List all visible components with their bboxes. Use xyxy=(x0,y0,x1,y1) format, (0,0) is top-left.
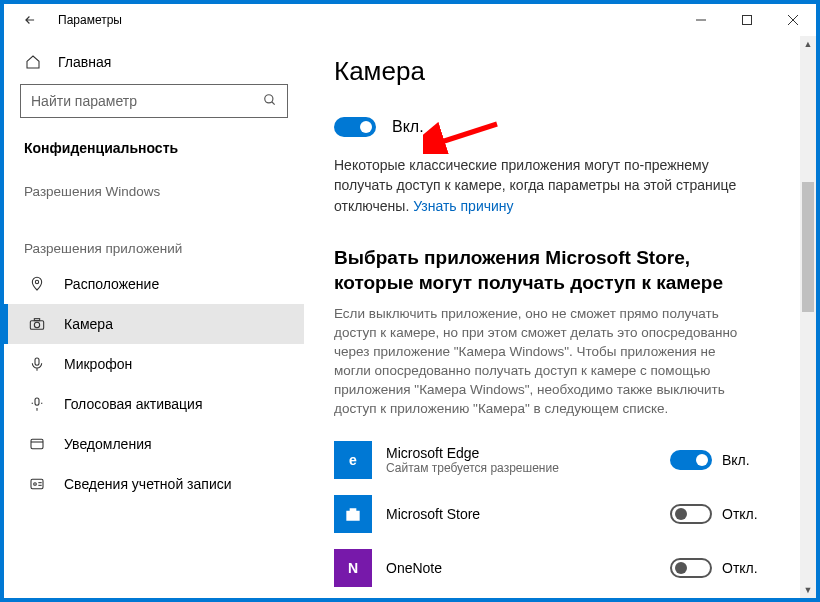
home-label: Главная xyxy=(58,54,111,70)
app-row-onenote: N OneNote Откл. xyxy=(334,541,770,595)
window-controls xyxy=(678,4,816,36)
svg-rect-12 xyxy=(31,439,43,448)
master-description: Некоторые классические приложения могут … xyxy=(334,155,754,216)
search-input[interactable]: Найти параметр xyxy=(20,84,288,118)
app-toggle-onenote[interactable] xyxy=(670,558,712,578)
titlebar: Параметры xyxy=(4,4,816,36)
search-icon xyxy=(263,93,277,110)
svg-rect-10 xyxy=(35,358,39,365)
scroll-up-arrow[interactable]: ▲ xyxy=(800,36,816,52)
svg-rect-11 xyxy=(35,398,39,405)
toggle-state: Откл. xyxy=(722,560,758,576)
nav-label: Микрофон xyxy=(64,356,132,372)
sidebar-item-account-info[interactable]: Сведения учетной записи xyxy=(4,464,304,504)
scroll-thumb[interactable] xyxy=(802,182,814,312)
svg-point-4 xyxy=(265,94,273,102)
window-title: Параметры xyxy=(58,13,122,27)
app-row-edge: e Microsoft Edge Сайтам требуется разреш… xyxy=(334,433,770,487)
nav-label: Камера xyxy=(64,316,113,332)
nav-label: Сведения учетной записи xyxy=(64,476,232,492)
store-icon xyxy=(334,495,372,533)
toggle-state: Вкл. xyxy=(722,452,750,468)
minimize-button[interactable] xyxy=(678,4,724,36)
nav-label: Голосовая активация xyxy=(64,396,203,412)
svg-rect-14 xyxy=(31,479,43,488)
app-subtext: Сайтам требуется разрешение xyxy=(386,461,656,475)
app-toggle-edge[interactable] xyxy=(670,450,712,470)
group-app-permissions: Разрешения приложений xyxy=(4,229,304,264)
sidebar-item-notifications[interactable]: Уведомления xyxy=(4,424,304,464)
settings-window: Параметры Главная Найти параметр xyxy=(4,4,816,598)
app-name: Microsoft Edge xyxy=(386,445,656,461)
location-icon xyxy=(28,276,46,292)
app-name: Microsoft Store xyxy=(386,506,656,522)
camera-master-toggle[interactable] xyxy=(334,117,376,137)
toggle-state: Откл. xyxy=(722,506,758,522)
learn-why-link[interactable]: Узнать причину xyxy=(413,198,513,214)
svg-rect-9 xyxy=(34,319,39,321)
svg-rect-1 xyxy=(743,16,752,25)
onenote-icon: N xyxy=(334,549,372,587)
app-name: OneNote xyxy=(386,560,656,576)
sidebar-item-microphone[interactable]: Микрофон xyxy=(4,344,304,384)
close-button[interactable] xyxy=(770,4,816,36)
edge-icon: e xyxy=(334,441,372,479)
section-heading: Выбрать приложения Microsoft Store, кото… xyxy=(334,246,754,295)
home-icon xyxy=(24,54,42,70)
content-pane: Камера Вкл. Некоторые классические прило… xyxy=(304,36,800,598)
category-header: Конфиденциальность xyxy=(4,130,304,172)
page-heading: Камера xyxy=(334,56,770,87)
camera-icon xyxy=(28,316,46,332)
toggle-label: Вкл. xyxy=(392,118,424,136)
microphone-icon xyxy=(28,356,46,372)
notifications-icon xyxy=(28,436,46,452)
voice-icon xyxy=(28,396,46,412)
svg-point-8 xyxy=(34,322,39,327)
svg-point-6 xyxy=(35,280,38,283)
section-description: Если выключить приложение, оно не сможет… xyxy=(334,305,754,418)
sidebar-item-camera[interactable]: Камера xyxy=(4,304,304,344)
scroll-track[interactable] xyxy=(800,52,816,582)
group-windows-permissions: Разрешения Windows xyxy=(4,172,304,207)
nav-label: Расположение xyxy=(64,276,159,292)
scrollbar[interactable]: ▲ ▼ xyxy=(800,36,816,598)
app-row-store: Microsoft Store Откл. xyxy=(334,487,770,541)
sidebar-item-location[interactable]: Расположение xyxy=(4,264,304,304)
svg-line-5 xyxy=(272,101,275,104)
scroll-down-arrow[interactable]: ▼ xyxy=(800,582,816,598)
app-toggle-store[interactable] xyxy=(670,504,712,524)
nav-label: Уведомления xyxy=(64,436,152,452)
maximize-button[interactable] xyxy=(724,4,770,36)
search-placeholder: Найти параметр xyxy=(31,93,137,109)
home-link[interactable]: Главная xyxy=(4,44,304,80)
sidebar: Главная Найти параметр Конфиденциальност… xyxy=(4,36,304,598)
back-button[interactable] xyxy=(16,13,44,27)
account-icon xyxy=(28,476,46,492)
sidebar-item-voice-activation[interactable]: Голосовая активация xyxy=(4,384,304,424)
svg-point-15 xyxy=(34,483,37,486)
